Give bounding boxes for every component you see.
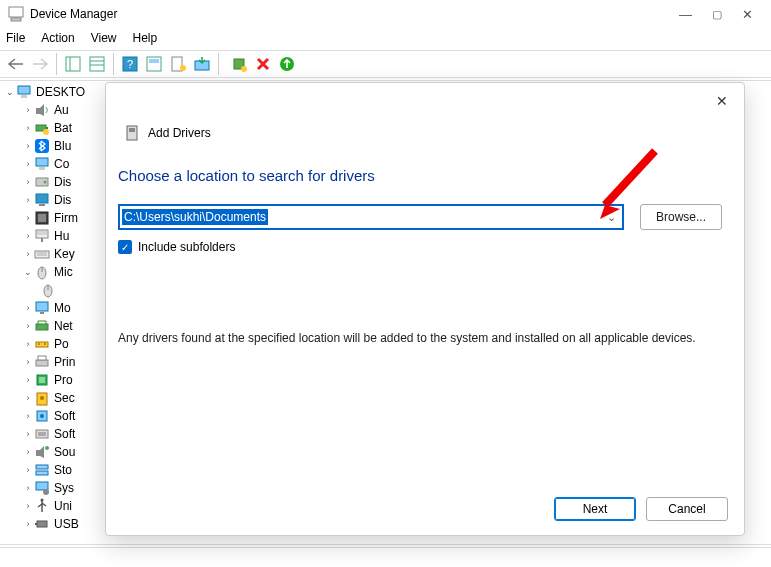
svg-rect-18 <box>21 95 27 98</box>
forward-button[interactable] <box>28 52 52 76</box>
system-icon <box>34 480 50 496</box>
expand-icon[interactable]: › <box>22 375 34 385</box>
tree-item-label: Soft <box>54 427 75 441</box>
expand-icon[interactable]: › <box>22 213 34 223</box>
svg-rect-43 <box>36 302 48 311</box>
expand-icon[interactable]: › <box>22 465 34 475</box>
device-icon <box>124 125 140 141</box>
svg-point-27 <box>44 181 47 184</box>
include-subfolders-label: Include subfolders <box>138 240 235 254</box>
minimize-button[interactable]: — <box>679 7 692 22</box>
expand-icon[interactable]: ⌄ <box>22 267 34 277</box>
storage-icon <box>34 462 50 478</box>
keyboard-icon <box>34 246 50 262</box>
svg-point-48 <box>44 343 46 345</box>
expand-icon[interactable]: › <box>22 357 34 367</box>
tree-item-label: Au <box>54 103 69 117</box>
tree-item-label: Firm <box>54 211 78 225</box>
svg-rect-45 <box>36 324 48 330</box>
maximize-button[interactable]: ▢ <box>712 8 722 21</box>
expand-icon[interactable]: › <box>22 321 34 331</box>
expand-icon[interactable]: › <box>22 105 34 115</box>
add-hardware-button[interactable] <box>227 52 251 76</box>
menu-file[interactable]: File <box>6 31 25 45</box>
chevron-down-icon[interactable]: ⌄ <box>607 211 616 224</box>
next-button[interactable]: Next <box>554 497 636 521</box>
path-value: C:\Users\sukhi\Documents <box>122 209 268 225</box>
firmware-icon <box>34 210 50 226</box>
view-button[interactable] <box>142 52 166 76</box>
svg-point-47 <box>38 343 40 345</box>
dialog-close-button[interactable]: ✕ <box>710 89 734 113</box>
usb-icon <box>34 498 50 514</box>
expand-icon[interactable]: › <box>22 141 34 151</box>
menu-view[interactable]: View <box>91 31 117 45</box>
help-button[interactable]: ? <box>118 52 142 76</box>
expand-icon[interactable]: › <box>22 339 34 349</box>
expand-icon[interactable]: › <box>22 195 34 205</box>
mouse-icon <box>34 264 50 280</box>
expand-icon[interactable]: › <box>22 231 34 241</box>
sound-icon <box>34 444 50 460</box>
expand-icon[interactable]: › <box>22 483 34 493</box>
window-title: Device Manager <box>30 7 679 21</box>
remove-device-button[interactable] <box>251 52 275 76</box>
dialog-heading: Choose a location to search for drivers <box>106 141 744 184</box>
svg-rect-66 <box>37 521 47 527</box>
computer-icon <box>34 156 50 172</box>
path-input[interactable]: C:\Users\sukhi\Documents ⌄ <box>118 204 624 230</box>
svg-rect-31 <box>38 214 46 222</box>
tree-item-label: Key <box>54 247 75 261</box>
show-pane-button[interactable] <box>61 52 85 76</box>
expand-icon[interactable]: › <box>22 519 34 529</box>
expand-icon[interactable]: › <box>22 393 34 403</box>
expand-icon[interactable]: › <box>22 123 34 133</box>
expand-icon[interactable]: › <box>22 159 34 169</box>
expand-icon[interactable]: › <box>22 429 34 439</box>
include-subfolders-checkbox[interactable]: ✓ <box>118 240 132 254</box>
tree-item-label: Dis <box>54 193 71 207</box>
expand-icon[interactable]: › <box>22 303 34 313</box>
svg-rect-67 <box>35 523 37 525</box>
display-icon <box>34 192 50 208</box>
svg-point-60 <box>45 446 49 450</box>
properties-button[interactable] <box>166 52 190 76</box>
tree-item-label: Sto <box>54 463 72 477</box>
tree-item-label: Mo <box>54 301 71 315</box>
svg-rect-28 <box>36 194 48 203</box>
collapse-icon[interactable]: ⌄ <box>4 87 16 97</box>
expand-icon[interactable]: › <box>22 501 34 511</box>
browse-button[interactable]: Browse... <box>640 204 722 230</box>
options-button[interactable] <box>85 52 109 76</box>
expand-icon[interactable]: › <box>22 411 34 421</box>
tree-item-label: Mic <box>54 265 73 279</box>
tree-item-label: Sys <box>54 481 74 495</box>
softcomp-icon <box>34 408 50 424</box>
cancel-button[interactable]: Cancel <box>646 497 728 521</box>
menu-bar: File Action View Help <box>0 28 771 48</box>
expand-icon[interactable]: › <box>22 447 34 457</box>
svg-rect-44 <box>40 312 44 314</box>
tree-item-label: Prin <box>54 355 75 369</box>
tree-item-label: Po <box>54 337 69 351</box>
update-driver-button[interactable] <box>190 52 214 76</box>
back-button[interactable] <box>4 52 28 76</box>
install-driver-button[interactable] <box>275 52 299 76</box>
menu-help[interactable]: Help <box>133 31 158 45</box>
close-window-button[interactable]: ✕ <box>742 7 753 22</box>
svg-text:?: ? <box>127 58 133 70</box>
tree-item-label: Net <box>54 319 73 333</box>
tree-root-label: DESKTO <box>36 85 85 99</box>
expand-icon[interactable]: › <box>22 249 34 259</box>
menu-action[interactable]: Action <box>41 31 74 45</box>
svg-point-56 <box>40 414 44 418</box>
add-drivers-dialog: ✕ Add Drivers Choose a location to searc… <box>105 82 745 536</box>
expand-icon[interactable]: › <box>22 177 34 187</box>
dialog-description: Any drivers found at the specified locat… <box>106 254 744 347</box>
svg-rect-4 <box>90 57 104 71</box>
processor-icon <box>34 372 50 388</box>
svg-rect-58 <box>38 432 46 436</box>
svg-rect-52 <box>39 377 45 383</box>
tree-item-label: Uni <box>54 499 72 513</box>
title-bar: Device Manager — ▢ ✕ <box>0 0 771 28</box>
